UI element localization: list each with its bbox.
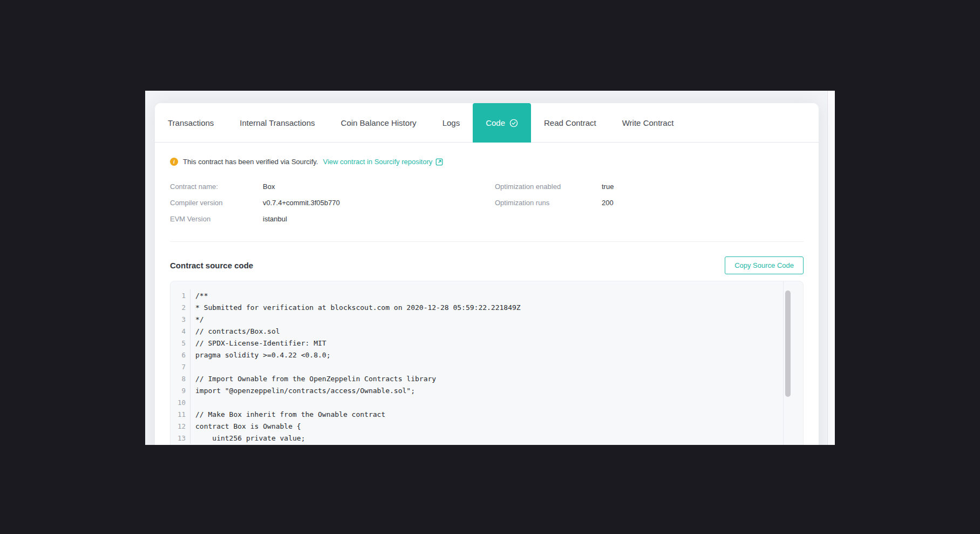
- line-content: */: [190, 315, 204, 323]
- line-content: import "@openzeppelin/contracts/access/O…: [190, 387, 415, 395]
- line-number: 1: [171, 289, 190, 301]
- code-line: 7: [171, 361, 803, 373]
- code-line: 11 // Make Box inherit from the Ownable …: [171, 408, 803, 420]
- tab-coin-balance-history[interactable]: Coin Balance History: [328, 103, 430, 142]
- sourcify-repository-link[interactable]: View contract in Sourcify repository: [323, 158, 444, 166]
- contract-info-grid: Contract name: Box Optimization enabled …: [170, 179, 804, 227]
- code-line: 8 // Import Ownable from the OpenZeppeli…: [171, 373, 803, 384]
- evm-version-value: istanbul: [263, 211, 495, 227]
- check-circle-icon: [509, 119, 518, 127]
- line-number: 6: [171, 349, 190, 361]
- tab-label: Coin Balance History: [341, 118, 417, 127]
- page-scrollbar[interactable]: [827, 91, 835, 445]
- code-line: 1 /**: [171, 289, 803, 301]
- code-scrollbar-thumb[interactable]: [785, 290, 791, 397]
- tab-code[interactable]: Code: [473, 103, 531, 143]
- contract-tabbar: Transactions Internal Transactions Coin …: [155, 103, 819, 143]
- tab-label: Transactions: [168, 118, 214, 127]
- code-line: 2 * Submitted for verification at blocks…: [171, 301, 803, 313]
- line-number: 3: [171, 313, 190, 325]
- optimization-runs-label: Optimization runs: [495, 195, 602, 211]
- code-line: 10: [171, 396, 803, 408]
- line-number: 10: [171, 396, 190, 408]
- code-line: 5 // SPDX-License-Identifier: MIT: [171, 337, 803, 349]
- line-content: * Submitted for verification at blocksco…: [190, 303, 521, 312]
- source-code-viewer: 1 /** 2 * Submitted for verification at …: [170, 281, 804, 445]
- line-number: 13: [171, 432, 190, 444]
- tab-label: Read Contract: [544, 118, 596, 127]
- source-code-header: Contract source code Copy Source Code: [170, 256, 804, 274]
- code-line: 3 */: [171, 313, 803, 325]
- optimization-runs-value: 200: [602, 195, 804, 211]
- copy-source-code-button[interactable]: Copy Source Code: [725, 256, 804, 274]
- line-content: /**: [190, 292, 208, 300]
- line-number: 5: [171, 337, 190, 349]
- line-number: 7: [171, 361, 190, 373]
- verification-message: This contract has been verified via Sour…: [183, 158, 318, 166]
- verification-banner: i This contract has been verified via So…: [170, 158, 804, 166]
- code-line: 12 contract Box is Ownable {: [171, 420, 803, 432]
- contract-name-value: Box: [263, 179, 495, 195]
- tab-label: Logs: [443, 118, 460, 127]
- contract-details-card: Transactions Internal Transactions Coin …: [155, 103, 819, 445]
- tab-transactions[interactable]: Transactions: [155, 103, 227, 142]
- line-content: // contracts/Box.sol: [190, 327, 280, 335]
- optimization-enabled-label: Optimization enabled: [495, 179, 602, 195]
- line-number: 4: [171, 325, 190, 337]
- tab-write-contract[interactable]: Write Contract: [609, 103, 687, 142]
- line-number: 11: [171, 408, 190, 420]
- line-number: 12: [171, 420, 190, 432]
- sourcify-link-label: View contract in Sourcify repository: [323, 158, 433, 166]
- tab-read-contract[interactable]: Read Contract: [531, 103, 609, 142]
- line-number: 2: [171, 301, 190, 313]
- code-line: 6 pragma solidity >=0.4.22 <0.8.0;: [171, 349, 803, 361]
- line-content: // Make Box inherit from the Ownable con…: [190, 410, 385, 418]
- line-content: uint256 private value;: [190, 434, 305, 442]
- code-line: 4 // contracts/Box.sol: [171, 325, 803, 337]
- browser-viewport: Transactions Internal Transactions Coin …: [145, 91, 835, 445]
- tab-label: Write Contract: [622, 118, 674, 127]
- contract-name-label: Contract name:: [170, 179, 263, 195]
- code-scrollbar-track: [783, 281, 784, 445]
- info-icon: i: [170, 158, 178, 166]
- tab-label: Internal Transactions: [240, 118, 315, 127]
- line-content: contract Box is Ownable {: [190, 422, 301, 430]
- line-content: pragma solidity >=0.4.22 <0.8.0;: [190, 351, 330, 359]
- line-content: // SPDX-License-Identifier: MIT: [190, 339, 326, 347]
- line-number: 8: [171, 373, 190, 384]
- compiler-version-label: Compiler version: [170, 195, 263, 211]
- external-link-icon: [435, 158, 443, 166]
- code-line: 13 uint256 private value;: [171, 432, 803, 444]
- source-code-title: Contract source code: [170, 261, 253, 270]
- compiler-version-value: v0.7.4+commit.3f05b770: [263, 195, 495, 211]
- evm-version-label: EVM Version: [170, 211, 263, 227]
- line-number: 9: [171, 384, 190, 396]
- code-line: 9 import "@openzeppelin/contracts/access…: [171, 384, 803, 396]
- line-content: // Import Ownable from the OpenZeppelin …: [190, 375, 436, 383]
- tab-internal-transactions[interactable]: Internal Transactions: [227, 103, 328, 142]
- optimization-enabled-value: true: [602, 179, 804, 195]
- tab-logs[interactable]: Logs: [430, 103, 473, 142]
- section-divider: [170, 241, 804, 242]
- tab-label: Code: [486, 118, 505, 127]
